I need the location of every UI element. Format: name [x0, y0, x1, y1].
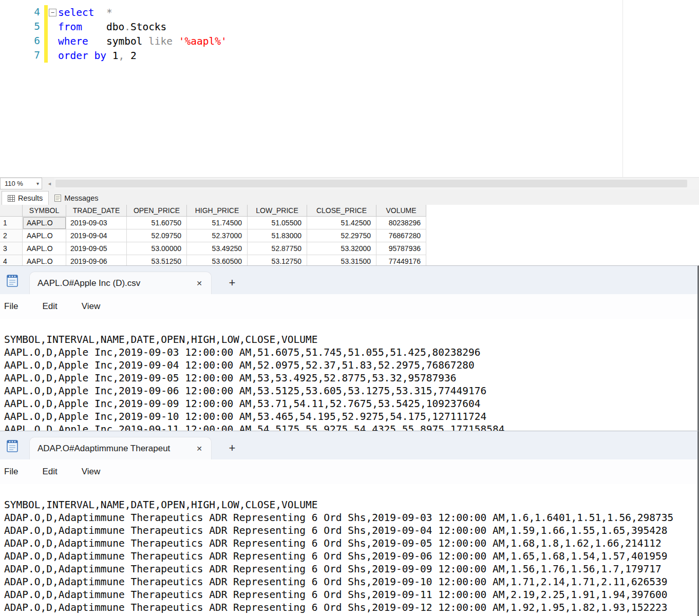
csv-content-adap[interactable]: SYMBOL,INTERVAL,NAME,DATE,OPEN,HIGH,LOW,… [0, 484, 697, 616]
grid-cell[interactable]: 76867280 [376, 229, 426, 242]
sql-token: order [58, 50, 88, 62]
menu-edit[interactable]: Edit [42, 467, 57, 477]
column-header[interactable]: TRADE_DATE [66, 205, 127, 217]
new-tab-button[interactable]: + [224, 275, 240, 291]
results-grid[interactable]: SYMBOLTRADE_DATEOPEN_PRICEHIGH_PRICELOW_… [0, 205, 426, 268]
close-tab-icon[interactable]: ✕ [193, 277, 206, 290]
sql-token: . [124, 21, 130, 33]
line-number: 5 [0, 20, 41, 34]
grid-cell[interactable]: 51.60750 [127, 217, 187, 229]
row-number[interactable]: 2 [0, 229, 23, 242]
notepad-adap-titlebar[interactable]: ADAP.O#Adaptimmune Therapeut ✕ + [0, 431, 697, 459]
notepad-tab-apple[interactable]: AAPL.O#Apple Inc (D).csv ✕ [29, 272, 212, 294]
sql-code-line[interactable]: order by 1, 2 [49, 48, 699, 63]
grid-cell[interactable]: AAPL.O [23, 242, 66, 255]
notepad-window-apple: AAPL.O#Apple Inc (D).csv ✕ + File Edit V… [0, 265, 699, 431]
grid-cell[interactable]: 52.29750 [307, 229, 376, 242]
table-row: 3AAPL.O2019-09-0553.0000053.4925052.8775… [0, 242, 426, 255]
editor-horizontal-scrollbar[interactable] [54, 178, 699, 189]
grid-cell[interactable]: 51.83000 [248, 229, 307, 242]
grid-cell[interactable]: 2019-09-03 [66, 217, 127, 229]
notepad-adap-menubar: File Edit View [0, 459, 697, 484]
line-number: 4 [0, 5, 41, 20]
notepad-apple-menubar: File Edit View [0, 294, 697, 319]
results-tab-bar: Results Messages [0, 189, 699, 205]
notepad-window-adap: ADAP.O#Adaptimmune Therapeut ✕ + File Ed… [0, 431, 699, 616]
csv-line: ADAP.O,D,Adaptimmune Therapeutics ADR Re… [4, 601, 697, 614]
scroll-left-icon[interactable]: ◄ [45, 178, 54, 189]
sql-token: dbo [82, 21, 124, 33]
grid-cell[interactable]: 53.32000 [307, 242, 376, 255]
new-tab-button[interactable]: + [224, 440, 240, 456]
grid-cell[interactable]: 53.49250 [187, 242, 248, 255]
sql-token: by [94, 50, 106, 62]
tab-results-label: Results [18, 194, 43, 202]
menu-file[interactable]: File [4, 301, 18, 312]
grid-cell[interactable]: 2019-09-04 [66, 229, 127, 242]
grid-cell[interactable]: AAPL.O [23, 229, 66, 242]
scrollbar-thumb[interactable] [55, 180, 687, 187]
grid-cell[interactable]: 95787936 [376, 242, 426, 255]
sql-token: 2 [124, 50, 136, 62]
grid-cell[interactable]: 51.05500 [248, 217, 307, 229]
sql-code-line[interactable]: −select * [49, 5, 699, 20]
notepad-tab-adap[interactable]: ADAP.O#Adaptimmune Therapeut ✕ [29, 437, 212, 459]
column-header[interactable]: SYMBOL [23, 205, 66, 217]
csv-line: AAPL.O,D,Apple Inc,2019-09-05 12:00:00 A… [4, 372, 697, 384]
messages-icon [54, 195, 61, 202]
line-number: 6 [0, 34, 41, 48]
csv-content-apple[interactable]: SYMBOL,INTERVAL,NAME,DATE,OPEN,HIGH,LOW,… [0, 319, 697, 431]
grid-cell[interactable]: 51.74500 [187, 217, 248, 229]
grid-cell[interactable]: 52.87750 [248, 242, 307, 255]
row-number[interactable]: 3 [0, 242, 23, 255]
csv-line: ADAP.O,D,Adaptimmune Therapeutics ADR Re… [4, 524, 697, 537]
sql-token: Stocks [130, 21, 166, 33]
sql-token: , [118, 50, 124, 62]
grid-cell[interactable]: 2019-09-05 [66, 242, 127, 255]
grid-cell[interactable]: 80238296 [376, 217, 426, 229]
sql-editor-panel[interactable]: 4567 −select *from dbo.Stockswhere symbo… [0, 0, 699, 177]
zoom-dropdown-icon[interactable]: ▾ [36, 181, 39, 186]
zoom-control[interactable]: 110 % ▾ [0, 178, 42, 189]
grid-header-row: SYMBOLTRADE_DATEOPEN_PRICEHIGH_PRICELOW_… [0, 205, 426, 217]
sql-token: select [58, 7, 94, 18]
menu-view[interactable]: View [82, 301, 101, 312]
csv-line: ADAP.O,D,Adaptimmune Therapeutics ADR Re… [4, 563, 697, 575]
csv-line: SYMBOL,INTERVAL,NAME,DATE,OPEN,HIGH,LOW,… [4, 333, 697, 346]
csv-line: ADAP.O,D,Adaptimmune Therapeutics ADR Re… [4, 588, 697, 601]
change-tracking-bar [44, 5, 48, 63]
menu-file[interactable]: File [4, 467, 18, 477]
row-number-header[interactable] [0, 205, 23, 217]
grid-cell[interactable]: 53.00000 [127, 242, 187, 255]
notepad-tab-adap-title: ADAP.O#Adaptimmune Therapeut [37, 444, 193, 454]
tab-messages-label: Messages [64, 194, 98, 202]
sql-code-line[interactable]: where symbol like '%aapl%' [49, 34, 699, 48]
notepad-apple-titlebar[interactable]: AAPL.O#Apple Inc (D).csv ✕ + [0, 266, 697, 294]
sql-code-line[interactable]: from dbo.Stocks [49, 20, 699, 34]
sql-token: like [148, 35, 173, 47]
csv-line: ADAP.O,D,Adaptimmune Therapeutics ADR Re… [4, 511, 697, 524]
row-number[interactable]: 1 [0, 217, 23, 229]
column-header[interactable]: HIGH_PRICE [187, 205, 248, 217]
csv-line: AAPL.O,D,Apple Inc,2019-09-06 12:00:00 A… [4, 384, 697, 397]
column-header[interactable]: VOLUME [376, 205, 426, 217]
column-header[interactable]: LOW_PRICE [248, 205, 307, 217]
tab-messages[interactable]: Messages [49, 191, 104, 205]
menu-view[interactable]: View [82, 467, 101, 477]
line-number: 7 [0, 48, 41, 63]
close-tab-icon[interactable]: ✕ [193, 442, 206, 455]
sql-token: * [106, 7, 112, 18]
grid-cell[interactable]: 52.09750 [127, 229, 187, 242]
column-header[interactable]: CLOSE_PRICE [307, 205, 376, 217]
collapse-toggle-icon[interactable]: − [49, 9, 56, 16]
sql-token: where [58, 35, 88, 47]
notepad-app-icon [6, 438, 19, 453]
tab-results[interactable]: Results [2, 191, 49, 205]
grid-cell[interactable]: AAPL.O [23, 217, 66, 229]
grid-cell[interactable]: 51.42500 [307, 217, 376, 229]
fold-margin [49, 37, 56, 45]
menu-edit[interactable]: Edit [42, 301, 57, 312]
sql-code-lines[interactable]: −select *from dbo.Stockswhere symbol lik… [49, 5, 699, 63]
column-header[interactable]: OPEN_PRICE [127, 205, 187, 217]
grid-cell[interactable]: 52.37000 [187, 229, 248, 242]
